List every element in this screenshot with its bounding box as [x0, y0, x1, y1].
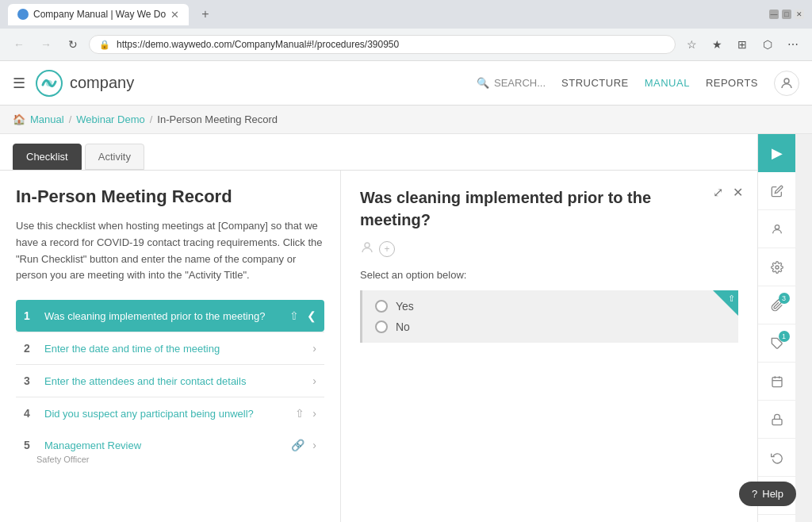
help-label: Help: [762, 488, 783, 500]
left-panel: Checklist Activity In-Person Meeting Rec…: [0, 134, 757, 522]
tab-close-button[interactable]: ✕: [170, 9, 179, 21]
browser-tab[interactable]: Company Manual | Way We Do ✕: [8, 4, 189, 25]
breadcrumb-webinar-link[interactable]: Webinar Demo: [76, 113, 144, 125]
sidebar-history-button[interactable]: [758, 439, 796, 477]
breadcrumb-current: In-Person Meeting Record: [157, 113, 278, 125]
checklist-title: In-Person Meeting Record: [16, 186, 324, 207]
checklist-item-with-sub: 5 Management Review 🔗 › Safety Officer: [16, 429, 324, 470]
item-label: Was cleaning implemented prior to the me…: [44, 310, 282, 322]
logo-icon: [35, 69, 63, 98]
share-icon: ⇧: [289, 309, 299, 322]
bookmark-button[interactable]: ☆: [680, 33, 703, 56]
nav-structure-link[interactable]: STRUCTURE: [561, 77, 629, 89]
minimize-button[interactable]: —: [769, 10, 779, 19]
chevron-right-icon: ›: [312, 374, 316, 387]
chevron-right-icon: ›: [312, 342, 316, 355]
menu-button[interactable]: ⋯: [782, 33, 804, 56]
expand-button[interactable]: ⤢: [711, 183, 725, 202]
window-controls: — □ ✕: [769, 10, 804, 19]
help-button[interactable]: ? Help: [739, 482, 796, 506]
checklist-item[interactable]: 3 Enter the attendees and their contact …: [16, 364, 324, 397]
sidebar-trash-button[interactable]: [758, 515, 796, 522]
panel-actions: ⤢ ✕: [711, 183, 745, 202]
app-header: ☰ company 🔍 SEARCH... STRUCTURE MANUAL R…: [0, 61, 812, 106]
address-bar[interactable]: 🔒 https://demo.waywedo.com/CompanyManual…: [89, 35, 676, 54]
svg-point-3: [365, 243, 370, 248]
sidebar-calendar-button[interactable]: [758, 363, 796, 401]
sidebar-settings-button[interactable]: [758, 248, 796, 286]
svg-point-5: [776, 266, 779, 269]
chevron-right-icon: ›: [312, 407, 316, 420]
svg-point-1: [46, 80, 52, 86]
extension-button[interactable]: ⊞: [731, 33, 753, 56]
checklist-panel: In-Person Meeting Record Use this checkl…: [0, 171, 341, 522]
tab-checklist[interactable]: Checklist: [13, 144, 82, 170]
radio-yes[interactable]: [375, 300, 388, 313]
item-number: 1: [24, 309, 36, 322]
search-label: SEARCH...: [494, 77, 546, 89]
add-person-button[interactable]: +: [379, 241, 395, 257]
hamburger-menu-button[interactable]: ☰: [13, 75, 25, 92]
forward-button[interactable]: →: [35, 33, 57, 56]
select-label: Select an option below:: [360, 269, 738, 281]
bookmark-star-button[interactable]: ★: [706, 33, 728, 56]
close-panel-button[interactable]: ✕: [731, 183, 745, 202]
tab-activity[interactable]: Activity: [85, 144, 144, 170]
checklist-item[interactable]: 1 Was cleaning implemented prior to the …: [16, 300, 324, 332]
reload-button[interactable]: ↻: [62, 33, 84, 56]
checklist-description: Use this checklist when hosting meetings…: [16, 218, 324, 284]
breadcrumb-manual-link[interactable]: Manual: [30, 113, 64, 125]
item-number: 4: [24, 407, 36, 420]
browser-navigation: ← → ↻ 🔒 https://demo.waywedo.com/Company…: [0, 29, 812, 60]
help-icon: ?: [752, 488, 757, 500]
nav-manual-link[interactable]: MANUAL: [645, 77, 690, 89]
user-avatar[interactable]: [774, 71, 799, 96]
play-icon: ▶: [772, 144, 783, 162]
item-label: Enter the attendees and their contact de…: [44, 375, 304, 387]
checklist-item[interactable]: 2 Enter the date and time of the meeting…: [16, 332, 324, 364]
item-label: Management Review: [44, 439, 283, 451]
breadcrumb: 🏠 Manual / Webinar Demo / In-Person Meet…: [0, 106, 812, 134]
share-icon: ⇧: [295, 407, 304, 420]
lock-icon: 🔒: [99, 40, 110, 50]
checklist-items-list: 1 Was cleaning implemented prior to the …: [16, 300, 324, 470]
split-area: In-Person Meeting Record Use this checkl…: [0, 171, 757, 522]
link-icon: 🔗: [291, 439, 304, 451]
close-button[interactable]: ✕: [795, 10, 804, 19]
svg-point-2: [784, 79, 789, 83]
search-button[interactable]: 🔍 SEARCH...: [477, 77, 546, 89]
item-subtitle: Safety Officer: [36, 455, 324, 470]
breadcrumb-sep-2: /: [150, 113, 153, 125]
breadcrumb-home-icon: 🏠: [13, 113, 25, 125]
attachment-badge: 3: [779, 293, 790, 304]
item-number: 2: [24, 342, 36, 355]
back-button[interactable]: ←: [8, 33, 30, 56]
sidebar-attachment-button[interactable]: 3: [758, 286, 796, 324]
main-container: Checklist Activity In-Person Meeting Rec…: [0, 134, 812, 522]
sidebar-tag-button[interactable]: 1: [758, 324, 796, 363]
restore-button[interactable]: □: [782, 10, 791, 19]
logo: company: [35, 69, 134, 98]
logo-text: company: [70, 74, 134, 92]
nav-reports-link[interactable]: REPORTS: [706, 77, 758, 89]
new-tab-button[interactable]: +: [195, 4, 215, 25]
person-icons: +: [360, 240, 738, 258]
sidebar-lock-button[interactable]: [758, 401, 796, 439]
item-number: 3: [24, 374, 36, 387]
tabs-bar: Checklist Activity: [0, 134, 757, 171]
tab-favicon: [17, 9, 29, 20]
chevron-right-icon: ›: [312, 439, 316, 451]
share-corner-icon: ⇧: [728, 294, 735, 304]
play-button[interactable]: ▶: [758, 134, 795, 172]
svg-rect-11: [772, 419, 782, 424]
svg-point-4: [775, 225, 779, 228]
svg-rect-7: [772, 377, 782, 386]
radio-no[interactable]: [375, 320, 388, 333]
sidebar-edit-button[interactable]: [758, 172, 796, 210]
profile-button[interactable]: ⬡: [756, 33, 779, 56]
content-question: Was cleaning implemented prior to the me…: [360, 186, 738, 231]
browser-titlebar: Company Manual | Way We Do ✕ + — □ ✕: [0, 0, 812, 29]
checklist-item[interactable]: 4 Did you suspect any participant being …: [16, 397, 324, 429]
option-yes-row: Yes: [375, 300, 726, 313]
sidebar-user-button[interactable]: [758, 210, 796, 248]
